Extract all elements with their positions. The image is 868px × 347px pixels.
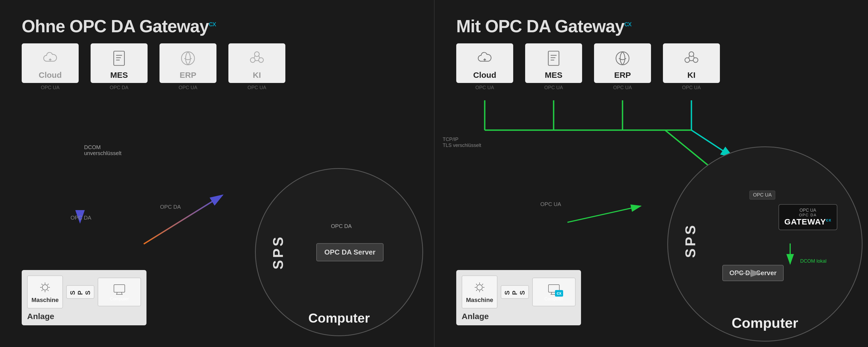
left-section: Ohne OPC DA Gatewaycx Cloud OPC UA [0, 0, 434, 347]
sps-vert-right: SPS [503, 289, 526, 295]
svg-point-52 [477, 285, 482, 290]
svg-line-50 [567, 206, 641, 222]
right-section: Mit OPC DA Gatewaycx Cloud OPC UA [434, 0, 868, 347]
right-title-text: Mit OPC DA Gateway [456, 17, 624, 36]
gear-icon-right [472, 280, 487, 294]
svg-text:OPC DA: OPC DA [70, 215, 91, 221]
svg-line-23 [122, 292, 122, 294]
left-title-text: Ohne OPC DA Gateway [22, 17, 209, 36]
anlage-area-right: Maschine SPS [456, 270, 581, 325]
erp-icon-right [613, 49, 632, 68]
ki-label-left: KI [253, 70, 261, 80]
svg-point-31 [685, 58, 690, 63]
mes-proto-left: OPC DA [110, 85, 128, 91]
mes-node-right: MES OPC UA [525, 43, 582, 83]
ki-proto-left: OPC UA [247, 85, 266, 91]
svg-text:DCOM: DCOM [84, 144, 101, 150]
computer-circle-right: SPS OPC UA OPC UA OPC DA GATEWAYcx DCOM … [667, 147, 863, 342]
computer-box-left: Computer [98, 278, 141, 306]
sps-box-right: SPS [501, 285, 529, 299]
cloud-proto-left: OPC UA [41, 85, 59, 91]
svg-line-33 [688, 56, 689, 58]
maschine-box-right: Maschine [462, 276, 497, 309]
cloud-label-right: Cloud [473, 70, 496, 80]
erp-node-left: ERP OPC UA [159, 43, 216, 83]
right-top-nodes: Cloud OPC UA MES OPC UA [456, 43, 720, 83]
ki-node-right: KI OPC UA [663, 43, 720, 83]
mes-label-right: MES [545, 70, 562, 80]
left-title: Ohne OPC DA Gatewaycx [22, 16, 412, 36]
sps-circle-left: SPS [270, 235, 286, 270]
mes-icon-right [544, 49, 563, 68]
computer-box-right: cx Computer [532, 278, 576, 306]
svg-point-29 [616, 52, 629, 65]
left-title-sup: cx [209, 20, 216, 28]
svg-rect-21 [114, 285, 125, 292]
left-top-nodes: Cloud OPC UA MES OPC DA [22, 43, 285, 83]
svg-point-32 [693, 58, 698, 63]
cloud-node-right: Cloud OPC UA [456, 43, 513, 83]
svg-line-34 [693, 56, 694, 58]
erp-icon-left [179, 49, 197, 68]
cx-badge-right: cx [555, 290, 563, 296]
cloud-icon-left [41, 49, 60, 68]
erp-label-left: ERP [180, 70, 196, 80]
mes-label-left: MES [110, 70, 128, 80]
anlage-box-right: Maschine SPS [456, 270, 581, 325]
main-container: Ohne OPC DA Gatewaycx Cloud OPC UA [0, 0, 868, 347]
svg-line-17 [144, 195, 222, 244]
maschine-label-left: Maschine [31, 296, 59, 304]
mes-node-left: MES OPC DA [91, 43, 148, 83]
anlage-inner-right: Maschine SPS [462, 276, 576, 309]
erp-label-right: ERP [614, 70, 631, 80]
svg-point-4 [182, 52, 194, 65]
erp-node-right: ERP OPC UA [594, 43, 651, 83]
svg-point-7 [259, 58, 264, 63]
svg-text:OPC DA: OPC DA [160, 204, 181, 210]
anlage-inner-left: Maschine SPS Computer [27, 276, 141, 309]
anlage-footer-left: Anlage [27, 312, 141, 321]
computer-circle-left: SPS OPC DA OPC DA Server Computer [255, 168, 423, 336]
svg-text:TCP/IP: TCP/IP [443, 137, 458, 142]
svg-line-9 [259, 56, 260, 58]
svg-text:unverschlüsselt: unverschlüsselt [84, 150, 122, 156]
erp-proto-left: OPC UA [179, 85, 197, 91]
computer-label-left-small: Computer [110, 296, 129, 302]
ki-icon-left [247, 49, 267, 68]
svg-point-6 [250, 58, 255, 63]
maschine-label-right: Maschine [466, 296, 493, 304]
anlage-footer-right: Anlage [462, 312, 576, 321]
opc-da-server-box-left: OPC DA Server [316, 243, 383, 261]
computer-label-right-small: Computer [545, 296, 563, 302]
ki-label-right: KI [687, 70, 695, 80]
mes-proto-right: OPC UA [544, 85, 563, 91]
ki-node-left: KI OPC UA [228, 43, 285, 83]
anlage-area-left: Maschine SPS Computer [22, 270, 147, 325]
svg-rect-25 [548, 51, 559, 66]
maschine-box-left: Maschine [27, 276, 63, 309]
erp-proto-right: OPC UA [613, 85, 632, 91]
sps-vert-left: SPS [69, 289, 92, 295]
anlage-box-left: Maschine SPS Computer [22, 270, 147, 325]
svg-line-8 [254, 56, 255, 58]
cloud-label-left: Cloud [39, 70, 62, 80]
svg-line-54 [551, 292, 552, 294]
computer-big-label-left: Computer [308, 311, 370, 325]
opc-da-label-circle-left: OPC DA [331, 223, 352, 229]
ki-proto-right: OPC UA [682, 85, 701, 91]
circle-right-arrows [668, 147, 862, 341]
right-title: Mit OPC DA Gatewaycx [456, 16, 846, 36]
right-title-sup: cx [624, 20, 631, 28]
svg-text:TLS verschlüsselt: TLS verschlüsselt [443, 143, 481, 148]
svg-text:OPC UA: OPC UA [540, 201, 561, 207]
svg-rect-0 [114, 51, 124, 66]
svg-point-20 [42, 285, 48, 290]
svg-line-22 [117, 292, 117, 294]
monitor-icon-left [112, 282, 126, 296]
mes-icon-left [110, 49, 129, 68]
sps-box-left: SPS [66, 285, 94, 299]
ki-icon-right [682, 49, 701, 68]
cloud-proto-right: OPC UA [475, 85, 494, 91]
cloud-node-left: Cloud OPC UA [22, 43, 79, 83]
gear-icon-left [38, 280, 52, 294]
